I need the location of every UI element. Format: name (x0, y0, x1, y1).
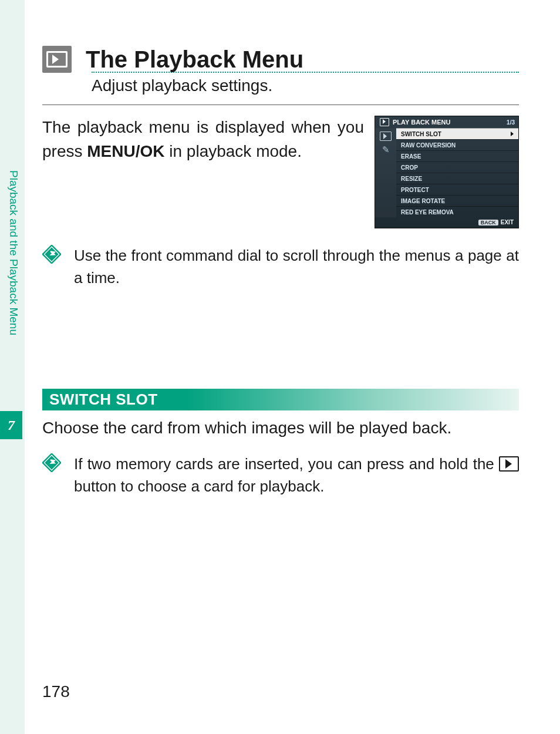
lcd-menu-item: IMAGE ROTATE (396, 195, 518, 206)
chapter-vertical-label: Playback and the Playback Menu (4, 170, 20, 405)
lcd-menu-item: PROTECT (396, 184, 518, 195)
lcd-footer: BACK EXIT (375, 217, 518, 225)
menu-ok-keycap: MENU/OK (87, 142, 164, 160)
lcd-title: PLAY BACK MENU (393, 119, 450, 126)
play-tab-icon (380, 132, 392, 141)
play-icon (46, 51, 68, 68)
lcd-sidebar-tabs: ✎ (375, 128, 396, 217)
intro-text-2: in playback mode. (164, 142, 301, 160)
page-title: The Playback Menu (86, 46, 303, 73)
tip-text-1: Use the front command dial to scroll thr… (74, 245, 519, 289)
lcd-menu-item: RED EYE REMOVA (396, 206, 518, 217)
page-number: 178 (42, 682, 70, 701)
lcd-menu-item: CROP (396, 161, 518, 173)
lcd-exit-label: EXIT (501, 219, 514, 225)
horizontal-rule (42, 105, 519, 105)
tip2-part1: If two memory cards are inserted, you ca… (74, 455, 499, 473)
page-subtitle: Adjust playback settings. (92, 76, 519, 95)
lcd-page-indicator: 1/3 (507, 119, 515, 126)
lcd-menu-item: SWITCH SLOT (396, 128, 518, 139)
lcd-menu-list: SWITCH SLOT RAW CONVERSION ERASE CROP RE… (396, 128, 518, 217)
section-header-bar: SWITCH SLOT (42, 389, 519, 410)
tip-diamond-icon (42, 453, 61, 472)
playback-section-icon (42, 46, 72, 73)
chapter-number: 7 (8, 417, 15, 433)
lcd-menu-item: RAW CONVERSION (396, 139, 518, 150)
tip-diamond-icon (42, 245, 61, 264)
play-icon (380, 118, 389, 126)
tip-text-2: If two memory cards are inserted, you ca… (74, 453, 519, 497)
lcd-header: PLAY BACK MENU 1/3 (375, 116, 518, 128)
lcd-menu-item: ERASE (396, 150, 518, 161)
tip2-part2: button to choose a card for playback. (74, 477, 324, 495)
section-body: Choose the card from which images will b… (42, 416, 519, 440)
setup-tab-icon: ✎ (380, 146, 391, 154)
intro-paragraph: The playback menu is displayed when you … (42, 116, 364, 163)
lcd-menu-item: RESIZE (396, 173, 518, 184)
chapter-tab: 7 (0, 411, 22, 439)
camera-lcd-screenshot: PLAY BACK MENU 1/3 ✎ SWITCH SLOT RAW CON… (375, 116, 519, 228)
lcd-back-badge: BACK (478, 220, 498, 225)
playback-button-icon (499, 456, 519, 472)
